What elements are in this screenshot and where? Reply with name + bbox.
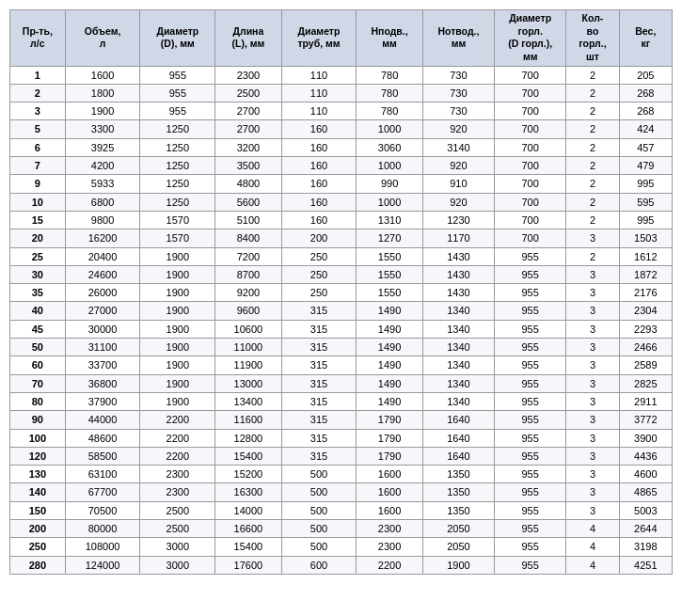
cell-ves: 3198 — [619, 538, 672, 556]
cell-vol: 124000 — [65, 556, 140, 574]
cell-l: 2300 — [215, 66, 281, 84]
cell-d: 1900 — [140, 247, 215, 265]
cell-nvod: 920 — [422, 157, 494, 175]
cell-npodv: 1490 — [357, 392, 422, 410]
cell-kol: 2 — [566, 120, 619, 138]
table-row: 533001250270016010009207002424 — [10, 120, 673, 138]
cell-nvod: 2050 — [422, 538, 494, 556]
cell-d: 1250 — [140, 193, 215, 211]
cell-kol: 2 — [566, 138, 619, 156]
data-table: Пр-ть,л/с Объем,л Диаметр(D), мм Длина(L… — [9, 9, 673, 575]
cell-d: 1900 — [140, 302, 215, 320]
cell-pr: 50 — [10, 339, 66, 356]
cell-d: 2300 — [140, 466, 215, 483]
cell-npodv: 1600 — [357, 483, 422, 501]
cell-vol: 6800 — [65, 193, 140, 211]
cell-npodv: 780 — [357, 103, 422, 120]
cell-nvod: 1340 — [422, 374, 494, 392]
cell-kol: 3 — [566, 339, 619, 356]
header-row: Пр-ть,л/с Объем,л Диаметр(D), мм Длина(L… — [10, 10, 673, 67]
cell-kol: 3 — [566, 265, 619, 283]
cell-kol: 3 — [566, 429, 619, 447]
cell-l: 11900 — [215, 356, 281, 374]
cell-dgor: 955 — [495, 320, 566, 338]
cell-l: 12800 — [215, 429, 281, 447]
cell-vol: 9800 — [65, 211, 140, 229]
cell-dgor: 955 — [495, 429, 566, 447]
cell-npodv: 1600 — [357, 466, 422, 483]
header-l: Длина(L), мм — [215, 10, 281, 67]
cell-kol: 3 — [566, 302, 619, 320]
cell-kol: 3 — [566, 374, 619, 392]
cell-dtrub: 315 — [281, 320, 357, 338]
table-row: 150705002500140005001600135095535003 — [10, 501, 673, 519]
cell-dgor: 955 — [495, 374, 566, 392]
cell-l: 11600 — [215, 411, 281, 429]
cell-kol: 2 — [566, 211, 619, 229]
table-row: 15980015705100160131012307002995 — [10, 211, 673, 229]
cell-dgor: 955 — [495, 466, 566, 483]
cell-l: 13000 — [215, 374, 281, 392]
cell-pr: 15 — [10, 211, 66, 229]
header-npodv: Нподв.,мм — [357, 10, 422, 67]
table-row: 120585002200154003151790164095534436 — [10, 447, 673, 465]
cell-ves: 4251 — [619, 556, 672, 574]
cell-npodv: 1490 — [357, 374, 422, 392]
cell-dtrub: 160 — [281, 193, 357, 211]
header-d: Диаметр(D), мм — [140, 10, 215, 67]
cell-pr: 10 — [10, 193, 66, 211]
cell-l: 14000 — [215, 501, 281, 519]
cell-vol: 48600 — [65, 429, 140, 447]
table-row: 60337001900119003151490134095532589 — [10, 356, 673, 374]
cell-kol: 4 — [566, 556, 619, 574]
cell-vol: 31100 — [65, 339, 140, 356]
table-row: 3526000190092002501550143095532176 — [10, 284, 673, 302]
cell-d: 1570 — [140, 229, 215, 247]
cell-npodv: 2300 — [357, 519, 422, 537]
table-row: 2801240003000176006002200190095544251 — [10, 556, 673, 574]
cell-pr: 3 — [10, 103, 66, 120]
cell-l: 8400 — [215, 229, 281, 247]
table-row: 80379001900134003151490134095532911 — [10, 392, 673, 410]
table-row: 130631002300152005001600135095534600 — [10, 466, 673, 483]
cell-dtrub: 250 — [281, 265, 357, 283]
cell-d: 955 — [140, 103, 215, 120]
cell-nvod: 910 — [422, 175, 494, 193]
cell-dtrub: 160 — [281, 211, 357, 229]
cell-l: 13400 — [215, 392, 281, 410]
cell-ves: 2589 — [619, 356, 672, 374]
cell-vol: 5933 — [65, 175, 140, 193]
cell-kol: 3 — [566, 392, 619, 410]
cell-ves: 2911 — [619, 392, 672, 410]
cell-ves: 4600 — [619, 466, 672, 483]
cell-dtrub: 500 — [281, 466, 357, 483]
cell-pr: 90 — [10, 411, 66, 429]
cell-d: 1570 — [140, 211, 215, 229]
cell-dgor: 700 — [495, 157, 566, 175]
cell-d: 2200 — [140, 429, 215, 447]
table-row: 3024600190087002501550143095531872 — [10, 265, 673, 283]
cell-npodv: 1000 — [357, 120, 422, 138]
cell-ves: 5003 — [619, 501, 672, 519]
cell-vol: 1800 — [65, 84, 140, 102]
cell-dtrub: 315 — [281, 429, 357, 447]
cell-dtrub: 315 — [281, 356, 357, 374]
cell-npodv: 780 — [357, 66, 422, 84]
cell-nvod: 2050 — [422, 519, 494, 537]
cell-nvod: 1430 — [422, 247, 494, 265]
cell-nvod: 730 — [422, 84, 494, 102]
cell-nvod: 1340 — [422, 356, 494, 374]
cell-dtrub: 250 — [281, 284, 357, 302]
cell-dgor: 700 — [495, 211, 566, 229]
cell-ves: 4436 — [619, 447, 672, 465]
cell-d: 1250 — [140, 175, 215, 193]
cell-vol: 108000 — [65, 538, 140, 556]
header-dgor: Диаметргорл.(D горл.),мм — [495, 10, 566, 67]
cell-pr: 5 — [10, 120, 66, 138]
cell-l: 2500 — [215, 84, 281, 102]
table-row: 2016200157084002001270117070031503 — [10, 229, 673, 247]
cell-nvod: 1430 — [422, 265, 494, 283]
cell-dgor: 955 — [495, 392, 566, 410]
table-row: 200800002500166005002300205095542644 — [10, 519, 673, 537]
cell-ves: 2293 — [619, 320, 672, 338]
